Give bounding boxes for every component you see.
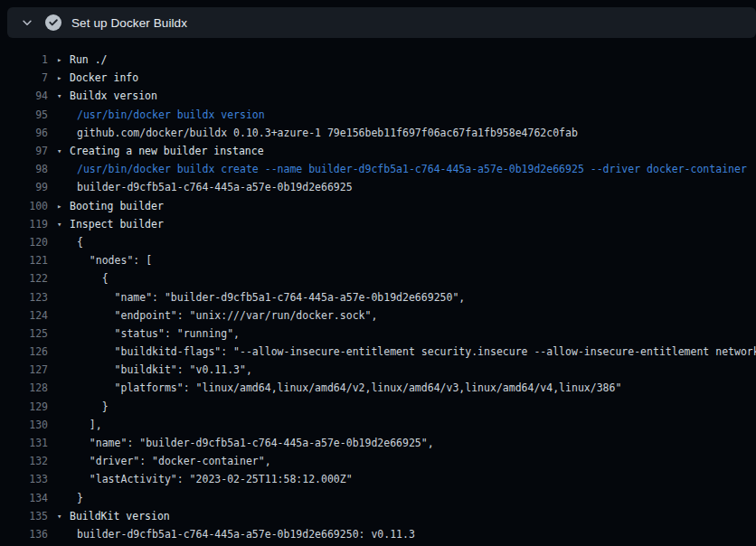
line-number-link[interactable]: 99 <box>0 181 48 193</box>
line-number-link[interactable]: 132 <box>0 455 48 467</box>
log-line-content: /usr/bin/docker buildx create --name bui… <box>48 163 747 175</box>
group-title[interactable]: Inspect builder <box>70 218 164 231</box>
chevron-down-icon[interactable]: ▾ <box>57 512 70 521</box>
log-line-content: "buildkit": "v0.11.3", <box>48 363 252 376</box>
log-line-content: } <box>48 400 109 413</box>
line-number-link[interactable]: 134 <box>0 492 48 504</box>
line-number-link[interactable]: 124 <box>0 309 48 322</box>
actions-log-page: Set up Docker Buildx 1▸Run ./7▸Docker in… <box>0 7 756 543</box>
line-number-link[interactable]: 130 <box>0 419 48 431</box>
chevron-down-icon[interactable]: ▾ <box>57 146 70 155</box>
log-line-content: "lastActivity": "2023-02-25T11:58:12.000… <box>48 473 353 485</box>
log-line-content: "nodes": [ <box>48 254 152 267</box>
line-number-link[interactable]: 136 <box>0 528 48 541</box>
log-line-content: { <box>48 272 109 285</box>
line-number-link[interactable]: 96 <box>0 127 48 139</box>
line-number-link[interactable]: 122 <box>0 272 48 285</box>
line-number-link[interactable]: 133 <box>0 473 48 485</box>
command-text: /usr/bin/docker buildx create --name bui… <box>77 163 747 175</box>
log-line-content: "name": "builder-d9cfb5a1-c764-445a-a57e… <box>48 291 465 304</box>
step-title: Set up Docker Buildx <box>71 16 187 30</box>
log-line[interactable]: 1▸Run ./ <box>0 51 756 69</box>
output-text: "nodes": [ <box>77 254 152 267</box>
group-title[interactable]: Run ./ <box>70 53 108 66</box>
line-number-link[interactable]: 126 <box>0 345 48 358</box>
log-line: 125 "status": "running", <box>0 325 756 343</box>
log-line-content: ▸Booting builder <box>48 200 164 212</box>
line-number-link[interactable]: 135 <box>0 510 48 522</box>
step-header[interactable]: Set up Docker Buildx <box>7 7 756 38</box>
log-line: 128 "platforms": "linux/amd64,linux/amd6… <box>0 379 756 397</box>
group-title[interactable]: Booting builder <box>70 200 164 212</box>
chevron-right-icon[interactable]: ▸ <box>57 202 70 211</box>
log-line: 126 "buildkitd-flags": "--allow-insecure… <box>0 343 756 361</box>
output-text: builder-d9cfb5a1-c764-445a-a57e-0b19d2e6… <box>77 181 353 193</box>
line-number-link[interactable]: 123 <box>0 291 48 304</box>
log-line[interactable]: 100▸Booting builder <box>0 197 756 215</box>
chevron-down-icon[interactable]: ▾ <box>57 220 70 229</box>
log-line: 96github.com/docker/buildx 0.10.3+azure-… <box>0 124 756 142</box>
log-line-content: ▸Docker info <box>48 71 138 84</box>
line-number-link[interactable]: 125 <box>0 327 48 340</box>
line-number-link[interactable]: 1 <box>0 53 48 66</box>
output-text: { <box>77 272 109 285</box>
line-number-link[interactable]: 127 <box>0 363 48 376</box>
log-line-content: "driver": "docker-container", <box>48 455 271 467</box>
chevron-right-icon[interactable]: ▸ <box>57 55 70 64</box>
output-text: "driver": "docker-container", <box>77 455 271 467</box>
log-line: 130 ], <box>0 416 756 434</box>
output-text: builder-d9cfb5a1-c764-445a-a57e-0b19d2e6… <box>77 528 415 541</box>
log-line-content: "platforms": "linux/amd64,linux/amd64/v2… <box>48 381 621 394</box>
line-number-link[interactable]: 7 <box>0 71 48 84</box>
log-line: 95/usr/bin/docker buildx version <box>0 106 756 124</box>
line-number-link[interactable]: 100 <box>0 200 48 212</box>
output-text: "name": "builder-d9cfb5a1-c764-445a-a57e… <box>77 437 434 449</box>
line-number-link[interactable]: 97 <box>0 145 48 157</box>
group-title[interactable]: Creating a new builder instance <box>70 145 264 157</box>
line-number-link[interactable]: 131 <box>0 437 48 449</box>
log-line: 129 } <box>0 398 756 416</box>
log-line: 120{ <box>0 233 756 251</box>
output-text: "buildkitd-flags": "--allow-insecure-ent… <box>77 345 756 358</box>
log-line-content: ▾BuildKit version <box>48 510 170 522</box>
log-line: 121 "nodes": [ <box>0 251 756 269</box>
line-number-link[interactable]: 95 <box>0 108 48 121</box>
line-number-link[interactable]: 120 <box>0 236 48 249</box>
log-line-content: "endpoint": "unix:///var/run/docker.sock… <box>48 309 377 322</box>
log-line-content: ▾Buildx version <box>48 89 157 102</box>
line-number-link[interactable]: 119 <box>0 218 48 231</box>
log-line[interactable]: 7▸Docker info <box>0 69 756 87</box>
log-line[interactable]: 135▾BuildKit version <box>0 507 756 525</box>
log-line-content: "buildkitd-flags": "--allow-insecure-ent… <box>48 345 756 358</box>
chevron-right-icon[interactable]: ▸ <box>57 73 70 82</box>
output-text: "status": "running", <box>77 327 240 340</box>
line-number-link[interactable]: 94 <box>0 89 48 102</box>
log-line-content: "name": "builder-d9cfb5a1-c764-445a-a57e… <box>48 437 434 449</box>
chevron-down-icon[interactable]: ▾ <box>57 91 70 100</box>
output-text: } <box>77 400 109 413</box>
command-text: /usr/bin/docker buildx version <box>77 108 265 121</box>
line-number-link[interactable]: 98 <box>0 163 48 175</box>
log-line[interactable]: 97▾Creating a new builder instance <box>0 142 756 160</box>
log-line-content: github.com/docker/buildx 0.10.3+azure-1 … <box>48 127 578 139</box>
group-title[interactable]: BuildKit version <box>70 510 170 522</box>
output-text: "endpoint": "unix:///var/run/docker.sock… <box>77 309 377 322</box>
log-line-content: { <box>48 236 83 249</box>
log-line: 131 "name": "builder-d9cfb5a1-c764-445a-… <box>0 434 756 452</box>
line-number-link[interactable]: 121 <box>0 254 48 267</box>
log-line-content: } <box>48 492 83 504</box>
chevron-down-icon[interactable] <box>20 15 34 30</box>
line-number-link[interactable]: 128 <box>0 381 48 394</box>
log-line[interactable]: 94▾Buildx version <box>0 87 756 105</box>
log-line: 124 "endpoint": "unix:///var/run/docker.… <box>0 306 756 325</box>
log-line: 127 "buildkit": "v0.11.3", <box>0 361 756 379</box>
log-line-content: /usr/bin/docker buildx version <box>48 108 265 121</box>
log-line-content: ], <box>48 419 102 431</box>
output-text: github.com/docker/buildx 0.10.3+azure-1 … <box>77 127 578 139</box>
log-line[interactable]: 119▾Inspect builder <box>0 215 756 233</box>
group-title[interactable]: Buildx version <box>70 89 157 102</box>
output-text: "buildkit": "v0.11.3", <box>77 363 252 376</box>
log-line-content: "status": "running", <box>48 327 240 340</box>
group-title[interactable]: Docker info <box>70 71 138 84</box>
line-number-link[interactable]: 129 <box>0 400 48 413</box>
